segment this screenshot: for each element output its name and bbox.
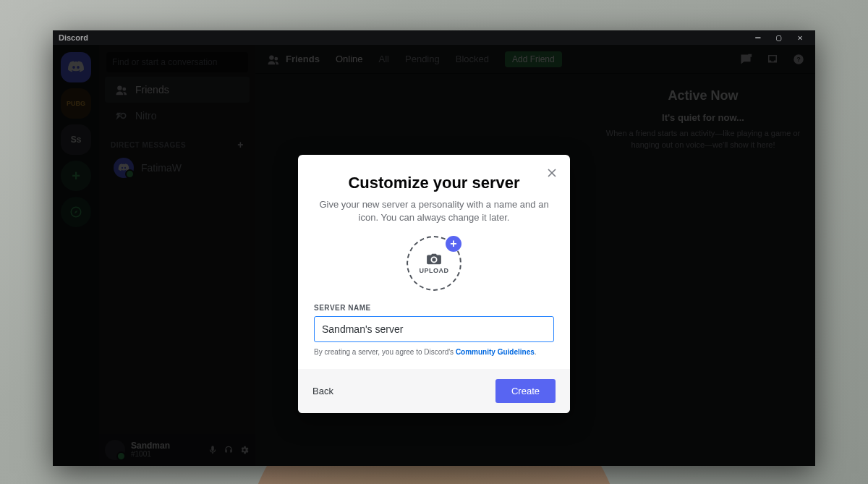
close-window-button[interactable]: ✕ <box>791 32 809 43</box>
server-ss[interactable]: Ss <box>61 124 91 155</box>
camera-icon <box>426 252 442 266</box>
window-controls: — ▢ ✕ <box>749 32 809 43</box>
mute-mic-button[interactable] <box>208 445 218 455</box>
desktop-background: Discord — ▢ ✕ PUBG Ss + <box>0 0 868 484</box>
discord-logo-icon <box>67 61 85 74</box>
dm-name: FatimaW <box>141 162 182 174</box>
tab-pending[interactable]: Pending <box>405 54 440 64</box>
help-icon[interactable]: ? <box>792 53 805 66</box>
create-button[interactable]: Create <box>495 379 556 403</box>
server-icon-upload[interactable]: + UPLOAD <box>407 236 461 291</box>
server-pubg[interactable]: PUBG <box>61 88 91 119</box>
new-dm-icon[interactable] <box>739 53 753 66</box>
inbox-icon[interactable] <box>766 53 779 66</box>
dm-item[interactable]: FatimaW <box>105 153 250 182</box>
explore-servers-button[interactable] <box>61 197 91 227</box>
add-friend-button[interactable]: Add Friend <box>505 51 562 67</box>
titlebar: Discord — ▢ ✕ <box>53 30 815 45</box>
add-server-button[interactable]: + <box>61 161 91 191</box>
self-username: Sandman <box>131 441 170 450</box>
search-placeholder-text: Find or start a conversation <box>112 57 217 67</box>
back-button[interactable]: Back <box>312 386 333 396</box>
friends-icon <box>265 54 280 65</box>
friends-header-label: Friends <box>286 54 320 64</box>
conversation-search[interactable]: Find or start a conversation <box>106 52 248 72</box>
upload-plus-badge: + <box>446 236 461 252</box>
deafen-button[interactable] <box>224 445 234 455</box>
tab-blocked[interactable]: Blocked <box>456 54 489 64</box>
nitro-icon <box>114 109 128 123</box>
modal-description: Give your new server a personality with … <box>314 198 554 224</box>
dm-sidebar: Find or start a conversation Friends Nit… <box>99 45 255 466</box>
fineprint-prefix: By creating a server, you agree to Disco… <box>314 348 456 356</box>
activity-title: Active Now <box>603 88 804 103</box>
friends-tabs: Friends Online All Pending Blocked Add F… <box>255 45 815 74</box>
user-panel: Sandman #1001 <box>99 434 255 466</box>
modal-title: Customize your server <box>314 174 554 192</box>
self-tag: #1001 <box>131 450 170 459</box>
friends-header: Friends <box>265 54 320 65</box>
discord-window: Discord — ▢ ✕ PUBG Ss + <box>53 30 815 466</box>
nitro-label: Nitro <box>135 110 157 122</box>
minimize-button[interactable]: — <box>749 32 767 43</box>
modal-close-button[interactable] <box>544 165 560 181</box>
server-name-input[interactable] <box>314 316 554 342</box>
server-rail: PUBG Ss + <box>53 45 99 466</box>
user-settings-button[interactable] <box>239 445 250 455</box>
sidebar-item-friends[interactable]: Friends <box>105 77 250 103</box>
dm-add-button[interactable]: + <box>237 139 244 150</box>
sidebar-item-nitro[interactable]: Nitro <box>105 103 250 129</box>
svg-text:?: ? <box>796 56 801 63</box>
close-icon <box>545 166 558 179</box>
compass-icon <box>69 205 82 218</box>
upload-label: UPLOAD <box>420 267 449 274</box>
home-server-button[interactable] <box>61 52 91 82</box>
avatar <box>114 158 134 178</box>
dm-header-label: DIRECT MESSAGES <box>111 141 186 149</box>
dm-header: DIRECT MESSAGES + <box>99 129 255 153</box>
self-names: Sandman #1001 <box>131 441 170 459</box>
window-title: Discord <box>59 33 88 42</box>
activity-panel: Active Now It's quiet for now... When a … <box>591 74 815 466</box>
maximize-button[interactable]: ▢ <box>770 32 788 43</box>
discord-logo-icon <box>118 164 129 172</box>
guidelines-note: By creating a server, you agree to Disco… <box>314 348 554 356</box>
community-guidelines-link[interactable]: Community Guidelines <box>456 348 535 356</box>
server-name-label: SERVER NAME <box>314 304 554 312</box>
modal-footer: Back Create <box>298 369 570 413</box>
friends-label: Friends <box>135 84 169 95</box>
tab-online[interactable]: Online <box>336 54 363 64</box>
friends-icon <box>114 82 128 97</box>
activity-body: When a friend starts an activity—like pl… <box>603 127 804 150</box>
activity-subtitle: It's quiet for now... <box>603 112 804 123</box>
self-avatar[interactable] <box>105 440 125 460</box>
customize-server-modal: Customize your server Give your new serv… <box>298 155 570 413</box>
tab-all[interactable]: All <box>379 54 389 64</box>
